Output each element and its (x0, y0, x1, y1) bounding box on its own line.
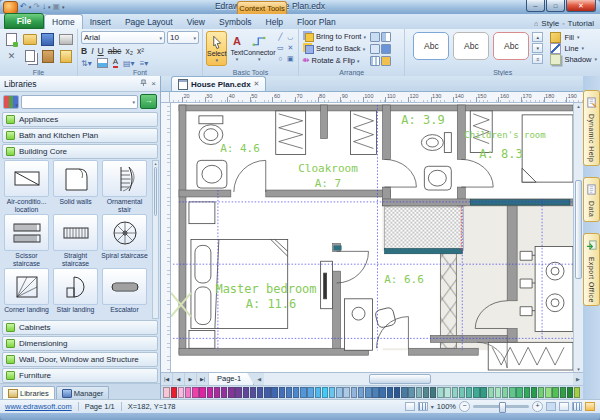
color-swatch[interactable] (163, 387, 169, 398)
library-group-furniture[interactable]: Furniture (2, 368, 158, 383)
highlight-button[interactable] (97, 58, 108, 68)
preview-icon[interactable]: ▣ (52, 2, 60, 12)
color-swatch[interactable] (452, 387, 458, 398)
lock-icon[interactable] (381, 56, 391, 66)
style-sample-red[interactable]: Abc (493, 32, 529, 60)
copy-icon[interactable] (21, 48, 38, 64)
align-icon[interactable] (370, 44, 380, 54)
undo-icon[interactable]: ↶ (20, 2, 27, 12)
color-swatch[interactable] (430, 387, 436, 398)
grid-toggle-icon[interactable] (572, 402, 582, 411)
color-swatch[interactable] (221, 387, 227, 398)
undo-dropdown-icon[interactable]: ▾ (29, 4, 32, 10)
symbol-scrollbar[interactable]: ▴ (152, 160, 159, 319)
bullet-list-button[interactable]: ≡▾ (140, 59, 149, 68)
side-tab-data[interactable]: Data (583, 177, 600, 221)
gallery-down-icon[interactable]: ▾ (532, 43, 543, 53)
color-swatch[interactable] (379, 387, 385, 398)
print-icon[interactable] (57, 31, 74, 47)
save-icon[interactable]: ↓ (42, 2, 46, 12)
font-color-button[interactable]: A (113, 58, 118, 68)
style-sample-gray[interactable]: Abc (453, 32, 489, 60)
color-swatch[interactable] (488, 387, 494, 398)
zoom-out-button[interactable]: − (459, 401, 470, 412)
zoom-slider-thumb[interactable] (499, 402, 506, 413)
color-swatch[interactable] (315, 387, 321, 398)
color-swatch[interactable] (192, 387, 198, 398)
library-symbol-straight-staircase[interactable]: Straight staircase (51, 214, 100, 268)
color-swatch[interactable] (243, 387, 249, 398)
context-tools-tab[interactable]: Context Tools (237, 1, 287, 15)
library-group-wall-door-window-and-structure[interactable]: Wall, Door, Window and Structure (2, 352, 158, 367)
strikethrough-button[interactable]: abc (108, 46, 122, 56)
tab-help[interactable]: Help (259, 15, 290, 29)
color-swatch[interactable] (495, 387, 501, 398)
color-swatch[interactable] (228, 387, 234, 398)
library-group-bath-and-kitchen-plan[interactable]: Bath and Kitchen Plan (2, 128, 158, 143)
library-symbol-escalator[interactable]: Escalator (100, 268, 149, 319)
library-symbol-corner-landing[interactable]: Corner landing (2, 268, 51, 319)
vertical-scrollbar[interactable]: ▴ ▾ (573, 103, 583, 372)
color-swatch[interactable] (437, 387, 443, 398)
color-swatch[interactable] (394, 387, 400, 398)
color-swatch[interactable] (524, 387, 530, 398)
zoom-in-button[interactable]: + (532, 401, 543, 412)
room-label-children-s-room[interactable]: Children's room (464, 130, 545, 140)
color-swatch[interactable] (286, 387, 292, 398)
tutorial-button[interactable]: Tutorial (568, 19, 594, 28)
library-group-appliances[interactable]: Appliances (2, 112, 158, 127)
distribute-icon[interactable] (370, 56, 380, 66)
close-button[interactable]: ✕ (566, 0, 596, 12)
library-go-button[interactable]: → (140, 94, 157, 109)
library-group-building-core[interactable]: Building Core (2, 144, 158, 159)
color-swatch[interactable] (358, 387, 364, 398)
color-swatch[interactable] (509, 387, 515, 398)
fill-button[interactable]: Fill▾ (550, 32, 597, 42)
zoom-slider[interactable] (473, 405, 529, 408)
room-label-a-8-3[interactable]: A: 8.3 (479, 147, 522, 161)
qat-customize-icon[interactable]: ▾ (62, 4, 65, 10)
rectangle-tool-icon[interactable]: ▭ (275, 42, 285, 53)
arc-tool-icon[interactable]: ◡ (285, 31, 295, 42)
color-swatch[interactable] (279, 387, 285, 398)
redo-icon[interactable]: ↷ (33, 2, 40, 12)
color-swatch[interactable] (351, 387, 357, 398)
color-swatch[interactable] (552, 387, 558, 398)
color-swatch[interactable] (538, 387, 544, 398)
library-symbol-scissor-staircase[interactable]: Scissor staircase (2, 214, 51, 268)
library-symbol-air-conditio-location[interactable]: Air-conditio... location (2, 160, 51, 214)
bring-to-front-button[interactable]: Bring to Front▾ (302, 31, 366, 42)
style-sample-blue[interactable]: Abc (413, 32, 449, 60)
color-swatch[interactable] (178, 387, 184, 398)
color-swatch[interactable] (387, 387, 393, 398)
align-button[interactable]: ▤▾ (123, 59, 135, 68)
color-swatch[interactable] (416, 387, 422, 398)
library-palette-icon[interactable]: ▾ (3, 95, 19, 109)
whole-page-icon[interactable] (559, 402, 569, 411)
color-swatch[interactable] (574, 387, 580, 398)
color-swatch[interactable] (336, 387, 342, 398)
edraw-logo-icon[interactable] (3, 1, 18, 14)
color-swatch[interactable] (531, 387, 537, 398)
document-close-icon[interactable]: ✕ (254, 80, 260, 88)
library-symbol-spiral-staircase[interactable]: Spiral staircase (100, 214, 149, 268)
font-size-select[interactable]: 10▾ (167, 31, 199, 44)
rotate-flip-button[interactable]: ⇻Rotate & Flip▾ (302, 55, 366, 66)
gallery-up-icon[interactable]: ▴ (532, 32, 543, 42)
color-swatch[interactable] (545, 387, 551, 398)
document-tab[interactable]: House Plan.edx ✕ (171, 76, 266, 91)
new-document-icon[interactable] (3, 31, 20, 47)
select-tool-button[interactable]: Select ▾ (206, 31, 227, 66)
library-group-dimensioning[interactable]: Dimensioning (2, 336, 158, 351)
library-search-input[interactable]: ▾ (21, 95, 138, 109)
gallery-more-icon[interactable]: ≡ (532, 54, 543, 64)
layers-icon[interactable] (381, 32, 391, 42)
fit-page-icon[interactable] (546, 402, 556, 411)
color-swatch[interactable] (300, 387, 306, 398)
pin-icon[interactable] (140, 79, 147, 89)
horizontal-scroll-thumb[interactable] (369, 374, 431, 384)
room-label-a-11-6[interactable]: A: 11.6 (246, 297, 297, 311)
libraries-footer-tab[interactable]: Libraries (2, 386, 55, 399)
cut-icon[interactable]: ✕ (3, 48, 20, 64)
center-icon[interactable] (381, 44, 391, 54)
